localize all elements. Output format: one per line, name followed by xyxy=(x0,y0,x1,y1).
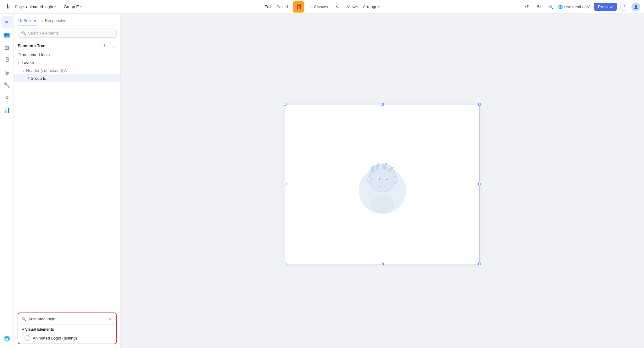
svg-point-5 xyxy=(378,178,380,180)
item-circle-icon: ○ xyxy=(25,335,30,341)
canvas-area[interactable] xyxy=(121,14,644,348)
rail-database[interactable]: 🗄 xyxy=(1,54,13,65)
preview-button[interactable]: Preview xyxy=(594,3,617,11)
handle-middle-left[interactable] xyxy=(284,183,286,185)
bottom-search-bar: 🔍 × xyxy=(18,313,116,325)
elements-tree-header: Elements Tree 👁 ⛶ xyxy=(14,41,120,51)
redo-button[interactable]: ↻ xyxy=(534,3,543,11)
page-section: Page: animated-login ▾ xyxy=(15,4,56,9)
gift-button[interactable]: 🎁 xyxy=(293,1,304,13)
cursor-button[interactable]: ↖ xyxy=(333,3,342,11)
view-chevron-icon: ▾ xyxy=(356,5,358,8)
issues-button[interactable]: ⚠ 0 issues xyxy=(309,5,328,9)
database-icon: 🗄 xyxy=(5,57,9,62)
rail-users[interactable]: 👥 xyxy=(1,29,13,40)
group-chevron-icon[interactable]: ▾ xyxy=(80,5,82,8)
search-input[interactable] xyxy=(28,31,113,35)
expand-icon: ⛶ xyxy=(111,43,115,48)
bottom-panel-item-animated-login[interactable]: ○ Animated Login (testing) xyxy=(22,334,112,342)
tree-eye-button[interactable]: 👁 xyxy=(101,42,108,49)
tree-item-header[interactable]: ◇ Header (zqbackend) A xyxy=(14,67,120,74)
rail-circle[interactable]: ◎ xyxy=(1,67,13,78)
settings-icon: ⚙ xyxy=(5,95,9,101)
app-logo[interactable]: b xyxy=(4,3,13,11)
bottom-search-icon: 🔍 xyxy=(21,317,26,321)
globe-icon: 🌐 xyxy=(558,5,563,9)
tree-item-group-e[interactable]: › Group E xyxy=(14,74,120,82)
layers-chevron-icon: ▾ xyxy=(18,61,19,64)
elements-tree-actions: 👁 ⛶ xyxy=(101,42,117,49)
visual-elements-title: Visual Elements xyxy=(25,327,54,332)
user-avatar[interactable]: 👤 xyxy=(631,3,640,11)
svg-point-8 xyxy=(381,182,383,183)
section-chevron-icon: ▾ xyxy=(22,327,24,332)
help-button[interactable]: ? xyxy=(620,3,628,11)
undo-icon: ↺ xyxy=(525,4,529,10)
topbar-right: ↺ ↻ 🔍 🌐 Live (read-only) Preview ? 👤 xyxy=(522,3,640,11)
handle-bottom-center[interactable] xyxy=(381,263,384,265)
tree-item-label-layers: Layers xyxy=(22,60,117,65)
bottom-panel-item-label: Animated Login (testing) xyxy=(33,336,77,340)
rail-globe[interactable]: 🌐 xyxy=(1,333,13,344)
diamond-icon: ◇ xyxy=(21,68,24,73)
rail-plugins[interactable]: 🔧 xyxy=(1,79,13,90)
rail-layers[interactable]: ▤ xyxy=(1,41,13,53)
issues-count: 0 issues xyxy=(314,5,328,9)
handle-top-right[interactable] xyxy=(478,103,481,106)
tree-item-animated-login[interactable]: ☐ animated-login xyxy=(14,51,120,59)
tree-item-layers[interactable]: ▾ Layers xyxy=(14,59,120,67)
cursor-icon: ↖ xyxy=(336,4,339,9)
tree-content: ☐ animated-login ▾ Layers ◇ Header (zqba… xyxy=(14,51,120,82)
search-button[interactable]: 🔍 xyxy=(546,3,555,11)
help-icon: ? xyxy=(623,4,625,9)
search-box[interactable]: 🔍 xyxy=(18,29,117,38)
arrange-menu[interactable]: Arrange ▾ xyxy=(363,4,380,9)
arrange-label: Arrange xyxy=(363,4,377,9)
handle-middle-right[interactable] xyxy=(478,183,481,185)
live-badge[interactable]: 🌐 Live (read-only) xyxy=(558,5,590,9)
group-e-chevron-icon: › xyxy=(21,77,22,80)
topbar-center: Edit Saved 🎁 ⚠ 0 issues ↖ View ▾ Arrange… xyxy=(264,1,380,13)
users-icon: 👥 xyxy=(4,32,10,38)
group-icon xyxy=(25,77,29,80)
rail-settings[interactable]: ⚙ xyxy=(1,92,13,103)
handle-top-left[interactable] xyxy=(284,103,286,106)
saved-indicator: Saved xyxy=(276,4,288,9)
tab-responsive-label: Responsive xyxy=(45,18,66,23)
handle-top-center[interactable] xyxy=(381,103,384,106)
selection-box[interactable] xyxy=(285,104,480,264)
live-label: Live (read-only) xyxy=(564,5,590,9)
page-chevron-icon[interactable]: ▾ xyxy=(54,5,56,8)
visual-elements-header: ▾ Visual Elements xyxy=(22,327,112,332)
view-menu[interactable]: View ▾ xyxy=(347,4,358,9)
bottom-search-input[interactable] xyxy=(28,317,105,321)
search-box-icon: 🔍 xyxy=(21,31,26,35)
logo-text: b xyxy=(7,3,10,10)
group-section: Group E ▾ xyxy=(64,4,82,9)
handle-bottom-left[interactable] xyxy=(284,263,286,265)
character-illustration xyxy=(351,150,414,219)
tab-ui-builder[interactable]: UI Builder xyxy=(18,16,37,25)
canvas-inner xyxy=(285,104,480,264)
chart-icon: 📊 xyxy=(4,107,10,113)
plugins-icon: 🔧 xyxy=(4,82,10,88)
globe-rail-icon: 🌐 xyxy=(4,336,10,342)
edit-button[interactable]: Edit xyxy=(264,4,271,9)
rail-ui-builder[interactable]: ✏ xyxy=(1,16,13,28)
elements-tree-title: Elements Tree xyxy=(18,43,45,48)
undo-button[interactable]: ↺ xyxy=(522,3,531,11)
close-icon: × xyxy=(108,316,111,321)
svg-point-9 xyxy=(370,196,394,213)
search-icon: 🔍 xyxy=(548,4,553,9)
tree-item-label-header: Header (zqbackend) A xyxy=(26,68,117,73)
bottom-panel-close-button[interactable]: × xyxy=(107,316,113,322)
warning-icon: ⚠ xyxy=(309,5,313,9)
svg-point-3 xyxy=(393,176,398,182)
tree-expand-button[interactable]: ⛶ xyxy=(110,42,117,49)
rail-chart[interactable]: 📊 xyxy=(1,104,13,116)
tab-responsive[interactable]: ↺ Responsive xyxy=(41,16,67,25)
file-icon: ☐ xyxy=(18,53,21,57)
view-label: View xyxy=(347,4,356,9)
panel-tabs: UI Builder ↺ Responsive xyxy=(14,14,120,25)
handle-bottom-right[interactable] xyxy=(478,263,481,265)
